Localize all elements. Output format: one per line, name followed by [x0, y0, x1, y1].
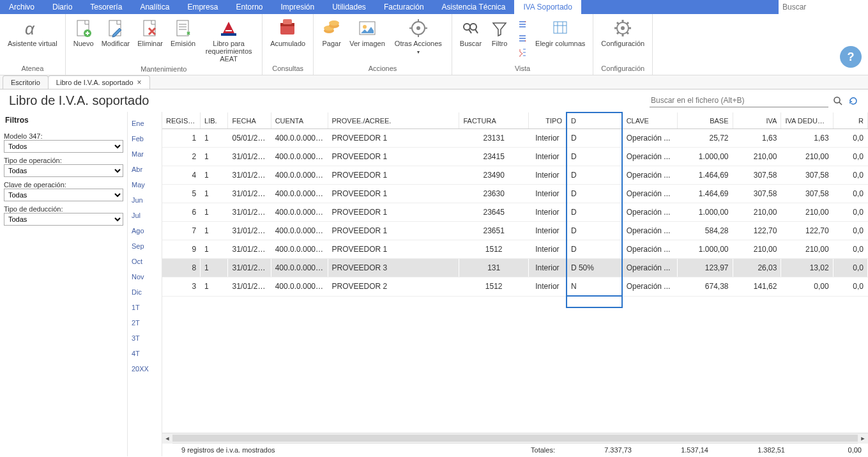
- table-row[interactable]: 2131/01/20...400.0.0.00001PROVEEDOR 1234…: [162, 148, 868, 166]
- menu-tesorería[interactable]: Tesorería: [81, 0, 131, 14]
- refresh-icon[interactable]: [848, 95, 859, 107]
- acumulado-button[interactable]: Acumulado: [266, 17, 309, 49]
- month-dic[interactable]: Dic: [128, 284, 162, 300]
- table-row[interactable]: 3131/01/20...400.0.0.00002PROVEEDOR 2151…: [162, 277, 868, 297]
- otras-acciones-button[interactable]: Otras Acciones ▾: [389, 17, 448, 57]
- asistente-button[interactable]: αAsistente virtual: [4, 17, 61, 49]
- eliminar-button[interactable]: Eliminar: [133, 17, 167, 49]
- menu-diario[interactable]: Diario: [43, 0, 81, 14]
- sort-mini-2[interactable]: [516, 46, 529, 59]
- modificar-button[interactable]: Modificar: [98, 17, 134, 49]
- table-row[interactable]: 1105/01/20...400.0.0.00001PROVEEDOR 1231…: [162, 129, 868, 148]
- col-tipo[interactable]: TIPO: [528, 112, 567, 129]
- col-base[interactable]: BASE: [677, 112, 733, 129]
- ver-imagen-button[interactable]: Ver imagen: [346, 17, 389, 49]
- sort-mini-0[interactable]: [516, 18, 529, 31]
- menu-iva-soportado[interactable]: IVA Soportado: [514, 0, 581, 14]
- cell-registro: 3: [162, 277, 201, 297]
- table-row[interactable]: 8131/01/20...400.0.0.00016PROVEEDOR 3131…: [162, 259, 868, 277]
- col-ivadeduci[interactable]: IVA DEDUCI...: [781, 112, 833, 129]
- elegir-columnas-button[interactable]: Elegir columnas: [531, 17, 589, 49]
- cell-clave: Operación ...: [622, 222, 678, 240]
- table-row[interactable]: 9131/01/20...400.0.0.00001PROVEEDOR 1151…: [162, 240, 868, 259]
- col-registro[interactable]: REGIST...: [162, 112, 201, 129]
- month-nov[interactable]: Nov: [128, 269, 162, 284]
- cell-proveedor: PROVEEDOR 1: [328, 240, 459, 259]
- libro-aeat-button[interactable]: Libro para requerimientos AEAT: [199, 17, 258, 64]
- month-20xx[interactable]: 20XX: [128, 361, 162, 376]
- menu-impresión[interactable]: Impresión: [271, 0, 323, 14]
- search-icon[interactable]: [832, 95, 844, 107]
- month-may[interactable]: May: [128, 177, 162, 192]
- table-header-row: REGIST...LIB.FECHACUENTAPROVEE./ACREE.FA…: [162, 112, 868, 129]
- cell-ivadeduci: 122,70: [781, 222, 833, 240]
- menu-archivo[interactable]: Archivo: [0, 0, 43, 14]
- month-4t[interactable]: 4T: [128, 346, 162, 361]
- col-d[interactable]: D: [567, 112, 622, 129]
- scroll-right-icon[interactable]: ►: [858, 433, 868, 444]
- month-oct[interactable]: Oct: [128, 254, 162, 269]
- month-ene[interactable]: Ene: [128, 116, 162, 131]
- menu-empresa[interactable]: Empresa: [178, 0, 227, 14]
- month-2t[interactable]: 2T: [128, 315, 162, 330]
- month-1t[interactable]: 1T: [128, 300, 162, 315]
- menubar-search[interactable]: [779, 0, 868, 14]
- col-factura[interactable]: FACTURA: [459, 112, 528, 129]
- month-sep[interactable]: Sep: [128, 238, 162, 254]
- horizontal-scrollbar[interactable]: ◄ ►: [162, 433, 868, 443]
- col-r[interactable]: R: [833, 112, 867, 129]
- col-clave[interactable]: CLAVE: [622, 112, 678, 129]
- scroll-left-icon[interactable]: ◄: [162, 433, 172, 444]
- month-feb[interactable]: Feb: [128, 131, 162, 146]
- cell-registro: 2: [162, 148, 201, 166]
- filter-select-1[interactable]: Todas: [4, 164, 123, 177]
- configuracion-button[interactable]: Configuración: [597, 17, 648, 49]
- month-jul[interactable]: Jul: [128, 208, 162, 223]
- month-ago[interactable]: Ago: [128, 223, 162, 238]
- close-icon[interactable]: ×: [137, 78, 142, 87]
- cell-fecha: 31/01/20...: [228, 277, 271, 297]
- table-row[interactable]: 5131/01/20...400.0.0.00001PROVEEDOR 1236…: [162, 185, 868, 203]
- menubar-search-input[interactable]: [782, 3, 864, 12]
- col-proveedor[interactable]: PROVEE./ACREE.: [328, 112, 459, 129]
- cell-proveedor: PROVEEDOR 1: [328, 222, 459, 240]
- col-cuenta[interactable]: CUENTA: [271, 112, 328, 129]
- help-icon[interactable]: ?: [840, 46, 862, 68]
- cell-d: D 50%: [567, 259, 622, 277]
- svg-rect-29: [554, 22, 567, 33]
- filter-select-2[interactable]: Todas: [4, 189, 123, 201]
- pagar-button[interactable]: Pagar: [317, 17, 346, 49]
- buscar-btn-button[interactable]: Buscar: [456, 17, 485, 49]
- ribbon-group-vista: BuscarFiltroElegir columnasVista: [452, 14, 594, 75]
- col-iva[interactable]: IVA: [733, 112, 781, 129]
- cell-r: 0,0: [833, 259, 867, 277]
- table-row[interactable]: 6131/01/20...400.0.0.00001PROVEEDOR 1236…: [162, 203, 868, 222]
- doc-tab-1[interactable]: Libro de I.V.A. soportado×: [48, 75, 150, 89]
- filter-select-3[interactable]: Todas: [4, 213, 123, 226]
- scroll-track[interactable]: [172, 435, 858, 442]
- col-lib[interactable]: LIB.: [201, 112, 228, 129]
- nuevo-button[interactable]: Nuevo: [70, 17, 98, 49]
- menu-analítica[interactable]: Analítica: [131, 0, 178, 14]
- cell-fecha: 05/01/20...: [228, 129, 271, 148]
- menu-facturación[interactable]: Facturación: [375, 0, 433, 14]
- file-search-input[interactable]: [650, 94, 828, 107]
- otras-acciones-label: Otras Acciones ▾: [393, 40, 444, 56]
- month-3t[interactable]: 3T: [128, 330, 162, 346]
- month-abr[interactable]: Abr: [128, 162, 162, 177]
- cell-r: 0,0: [833, 277, 867, 297]
- month-jun[interactable]: Jun: [128, 192, 162, 208]
- col-fecha[interactable]: FECHA: [228, 112, 271, 129]
- filtro-button[interactable]: Filtro: [485, 17, 514, 49]
- emision-button[interactable]: Emisión: [167, 17, 199, 49]
- menu-utilidades[interactable]: Utilidades: [323, 0, 375, 14]
- menu-entorno[interactable]: Entorno: [227, 0, 271, 14]
- table-row[interactable]: 7131/01/20...400.0.0.00001PROVEEDOR 1236…: [162, 222, 868, 240]
- filter-select-0[interactable]: Todos: [4, 140, 123, 153]
- month-mar[interactable]: Mar: [128, 146, 162, 162]
- table-row[interactable]: 4131/01/20...400.0.0.00001PROVEEDOR 1234…: [162, 166, 868, 185]
- doc-tab-0[interactable]: Escritorio: [3, 75, 49, 89]
- cell-registro: 8: [162, 259, 201, 277]
- sort-mini-1[interactable]: [516, 32, 529, 45]
- menu-asistencia-técnica[interactable]: Asistencia Técnica: [433, 0, 515, 14]
